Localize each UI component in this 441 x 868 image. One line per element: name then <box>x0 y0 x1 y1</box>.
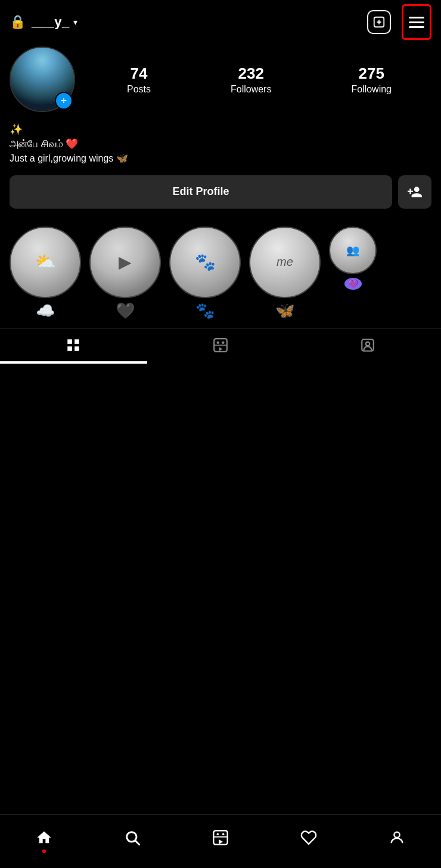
posts-label: Posts <box>127 84 151 95</box>
hamburger-menu-button[interactable] <box>402 4 431 40</box>
username: ___y_ <box>32 14 70 30</box>
highlight-label: 🦋 <box>275 302 294 320</box>
svg-rect-3 <box>68 339 73 344</box>
highlights-row: ⛅ ☁️ ▶ 🖤 🐾 🐾 me 🦋 👥 💜 <box>0 217 441 325</box>
bottom-nav <box>0 814 441 868</box>
highlight-item[interactable]: ▶ 🖤 <box>89 227 161 320</box>
profile-section: + 74 Posts 232 Followers 275 Following ✨… <box>0 42 441 217</box>
top-bar-right <box>367 4 431 40</box>
svg-point-16 <box>217 833 219 835</box>
svg-point-17 <box>222 833 225 835</box>
highlight-label: 🖤 <box>116 302 135 320</box>
followers-stat[interactable]: 232 Followers <box>231 64 271 95</box>
content-area <box>0 364 441 721</box>
highlight-icon-group: 👥 <box>346 244 359 257</box>
highlight-icon-paw: 🐾 <box>195 252 216 272</box>
create-post-button[interactable] <box>367 10 391 34</box>
followers-count: 232 <box>231 64 271 83</box>
svg-rect-6 <box>74 346 79 351</box>
svg-rect-4 <box>74 339 79 344</box>
posts-count: 74 <box>127 64 151 83</box>
reels-nav-icon <box>212 829 229 846</box>
following-stat[interactable]: 275 Following <box>351 64 392 95</box>
following-label: Following <box>351 84 392 95</box>
stats-area: 74 Posts 232 Followers 275 Following <box>87 64 431 95</box>
bio-area: ✨ அன்பே சிவம் ❤️ Just a girl,growing win… <box>10 123 431 166</box>
add-person-icon <box>407 184 423 200</box>
svg-point-9 <box>222 341 224 343</box>
highlight-item[interactable]: ⛅ ☁️ <box>10 227 81 320</box>
tabs-row <box>0 328 441 362</box>
nav-reels[interactable] <box>200 820 241 855</box>
nav-home[interactable] <box>23 820 65 855</box>
nav-profile[interactable] <box>376 820 418 855</box>
add-story-button[interactable]: + <box>55 92 73 110</box>
tab-grid[interactable] <box>0 329 147 362</box>
notification-dot <box>42 850 46 853</box>
highlight-circle: ⛅ <box>10 227 81 298</box>
highlight-label: 🐾 <box>195 302 215 320</box>
svg-point-12 <box>365 342 369 346</box>
action-row: Edit Profile <box>10 175 431 209</box>
person-icon <box>389 829 405 846</box>
tab-indicator-reels <box>147 362 294 364</box>
chevron-down-icon[interactable]: ▾ <box>73 17 77 27</box>
highlight-icon-me: me <box>277 255 293 269</box>
tab-indicator-row <box>0 362 441 364</box>
nav-search[interactable] <box>111 820 153 855</box>
highlight-item[interactable]: me 🦋 <box>249 227 321 320</box>
followers-label: Followers <box>231 84 271 95</box>
edit-profile-button[interactable]: Edit Profile <box>10 175 392 209</box>
highlight-circle: me <box>249 227 321 298</box>
tab-indicator-tagged <box>294 362 441 364</box>
hamburger-lines-icon <box>409 17 424 28</box>
highlight-icon-cloud: ⛅ <box>35 252 56 272</box>
svg-line-14 <box>135 841 139 844</box>
highlight-label: 💜 <box>344 278 362 290</box>
lock-icon: 🔒 <box>10 14 26 30</box>
username-area: ___y_ ▾ <box>32 14 77 30</box>
highlight-circle: 🐾 <box>169 227 241 298</box>
highlight-circle: 👥 <box>329 227 377 274</box>
svg-rect-5 <box>68 346 73 351</box>
tagged-icon <box>360 337 375 353</box>
svg-point-19 <box>394 832 399 837</box>
nav-activity[interactable] <box>288 820 330 855</box>
grid-icon <box>66 337 81 353</box>
sparkle-decoration: ✨ <box>10 123 431 136</box>
top-bar-left: 🔒 ___y_ ▾ <box>10 14 77 30</box>
highlight-icon-play: ▶ <box>119 252 132 272</box>
add-person-button[interactable] <box>398 175 431 209</box>
tab-reels[interactable] <box>147 329 294 362</box>
highlight-circle: ▶ <box>89 227 161 298</box>
posts-stat[interactable]: 74 Posts <box>127 64 151 95</box>
avatar-wrapper: + <box>10 46 75 112</box>
bio-tamil: அன்பே சிவம் ❤️ <box>10 137 431 151</box>
heart-icon <box>300 829 317 846</box>
top-bar: 🔒 ___y_ ▾ <box>0 0 441 42</box>
highlight-label: ☁️ <box>36 302 55 320</box>
bio-english: Just a girl,growing wings 🦋 <box>10 151 431 166</box>
plus-square-icon <box>372 16 386 29</box>
profile-top: + 74 Posts 232 Followers 275 Following <box>10 46 431 112</box>
home-icon <box>36 829 52 846</box>
svg-point-8 <box>217 341 219 343</box>
following-count: 275 <box>351 64 392 83</box>
reels-icon <box>213 337 228 353</box>
search-icon <box>124 829 141 846</box>
tab-indicator-grid <box>0 362 147 364</box>
highlight-item[interactable]: 👥 💜 <box>329 227 377 320</box>
tab-tagged[interactable] <box>294 329 441 362</box>
highlight-item[interactable]: 🐾 🐾 <box>169 227 241 320</box>
